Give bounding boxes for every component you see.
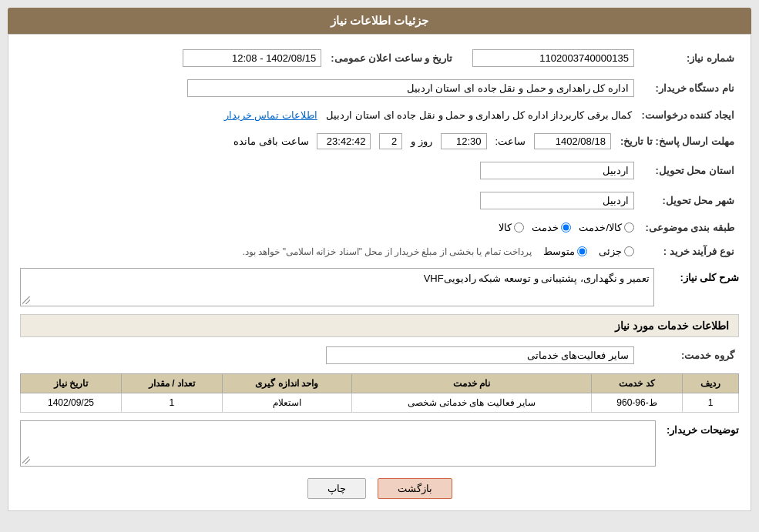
col-header-row: ردیف xyxy=(682,374,738,393)
print-button[interactable]: چاپ xyxy=(307,478,366,499)
col-header-unit: واحد اندازه گیری xyxy=(222,374,351,393)
category-radio-group: کالا/خدمت خدمت کالا xyxy=(25,222,634,233)
category-option-khadamat[interactable]: خدمت xyxy=(532,222,571,233)
city-label: شهر محل تحویل: xyxy=(639,189,739,212)
buttons-row: بازگشت چاپ xyxy=(20,478,739,499)
contact-link[interactable]: اطلاعات تماس خریدار xyxy=(224,109,317,121)
process-option-jozi[interactable]: جزئی xyxy=(599,246,634,257)
col-header-qty: تعداد / مقدار xyxy=(121,374,222,393)
page-title: جزئیات اطلاعات نیاز xyxy=(8,8,751,34)
buyer-notes-section: توضیحات خریدار: xyxy=(20,420,739,467)
deadline-remaining: 23:42:42 xyxy=(317,133,371,149)
table-cell: 1 xyxy=(682,393,738,413)
creator-value: کمال برقی کاربرداز اداره کل راهداری و حم… xyxy=(326,109,632,121)
deadline-time-label: ساعت: xyxy=(495,136,526,147)
resize-handle-notes xyxy=(22,457,30,464)
process-label: نوع فرآیند خرید : xyxy=(639,243,739,260)
process-label-motawaset: متوسط xyxy=(543,246,575,257)
buyer-notes-label: توضیحات خریدار: xyxy=(662,420,739,436)
service-group-label: گروه خدمت: xyxy=(639,343,739,367)
deadline-date: 1402/08/18 xyxy=(534,133,611,149)
back-button[interactable]: بازگشت xyxy=(378,478,452,499)
buyer-org-value: اداره کل راهداری و حمل و نقل جاده ای است… xyxy=(187,79,634,97)
description-value: تعمیر و نگهداری، پشتیبانی و توسعه شبکه ر… xyxy=(424,273,650,284)
province-label: استان محل تحویل: xyxy=(639,159,739,182)
services-section-header: اطلاعات خدمات مورد نیاز xyxy=(20,314,739,337)
category-label-kala: کالا xyxy=(499,222,512,233)
table-cell: استعلام xyxy=(222,393,351,413)
description-label: شرح کلی نیاز: xyxy=(662,268,739,283)
process-note: پرداخت تمام یا بخشی از مبلغ خریدار از مح… xyxy=(243,246,532,257)
process-option-motawaset[interactable]: متوسط xyxy=(543,246,587,257)
col-header-date: تاریخ نیاز xyxy=(21,374,122,393)
announcement-date-value: 1402/08/15 - 12:08 xyxy=(183,49,321,67)
deadline-label: مهلت ارسال پاسخ: تا تاریخ: xyxy=(616,130,739,152)
province-value: اردبیل xyxy=(480,162,634,179)
table-cell: سایر فعالیت های خدماتی شخصی xyxy=(351,393,592,413)
services-table: ردیف کد خدمت نام خدمت واحد اندازه گیری ت… xyxy=(20,373,739,413)
category-label-khadamat: خدمت xyxy=(532,222,559,233)
resize-handle xyxy=(22,296,30,304)
deadline-time: 12:30 xyxy=(441,133,487,149)
city-value: اردبیل xyxy=(480,192,634,209)
buyer-notes-box xyxy=(20,420,656,467)
category-label: طبقه بندی موضوعی: xyxy=(639,219,739,236)
category-label-kala-khadamat: کالا/خدمت xyxy=(579,222,622,233)
buyer-org-label: نام دستگاه خریدار: xyxy=(639,76,739,100)
process-radio-motawaset[interactable] xyxy=(577,246,587,256)
deadline-remaining-label: ساعت باقی مانده xyxy=(233,136,308,147)
process-radio-jozi[interactable] xyxy=(624,246,634,256)
col-header-name: نام خدمت xyxy=(351,374,592,393)
col-header-code: کد خدمت xyxy=(592,374,683,393)
table-cell: ط-96-960 xyxy=(592,393,683,413)
announcement-date-label: تاریخ و ساعت اعلان عمومی: xyxy=(326,46,468,70)
deadline-day-label: روز و xyxy=(411,136,432,147)
category-radio-kala-khadamat[interactable] xyxy=(624,223,634,233)
category-radio-khadamat[interactable] xyxy=(561,223,571,233)
table-row: 1ط-96-960سایر فعالیت های خدماتی شخصیاستع… xyxy=(21,393,739,413)
creator-label: ایجاد کننده درخواست: xyxy=(636,106,739,124)
category-radio-kala[interactable] xyxy=(514,223,524,233)
deadline-day: 2 xyxy=(379,133,402,149)
category-option-kala-khadamat[interactable]: کالا/خدمت xyxy=(579,222,634,233)
need-number-value: 1102003740000135 xyxy=(472,49,634,67)
table-cell: 1402/09/25 xyxy=(21,393,122,413)
process-label-jozi: جزئی xyxy=(599,246,622,257)
table-cell: 1 xyxy=(121,393,222,413)
need-number-label: شماره نیاز: xyxy=(639,46,739,70)
service-group-value: سایر فعالیت‌های خدماتی xyxy=(326,346,634,364)
category-option-kala[interactable]: کالا xyxy=(499,222,524,233)
